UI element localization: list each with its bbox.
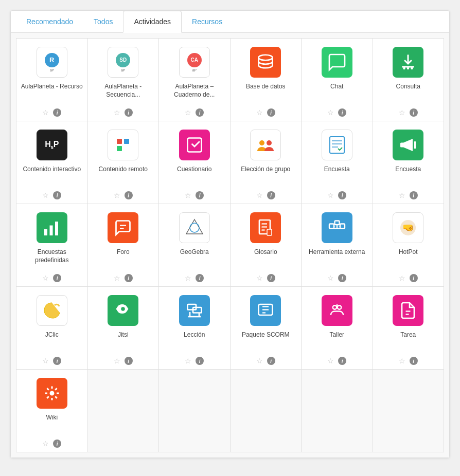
star-icon[interactable]: ☆: [256, 108, 263, 117]
star-icon[interactable]: ☆: [42, 108, 49, 117]
empty-cell: [159, 370, 230, 452]
tab-actividades[interactable]: Actividades: [123, 11, 182, 33]
main-container: Recomendado Todos Actividades Recursos R…: [10, 10, 450, 458]
info-icon[interactable]: i: [196, 108, 204, 117]
info-icon[interactable]: i: [196, 357, 204, 365]
star-icon[interactable]: ☆: [42, 274, 49, 282]
info-icon[interactable]: i: [53, 357, 61, 365]
info-icon[interactable]: i: [410, 274, 418, 282]
info-icon[interactable]: i: [125, 274, 133, 282]
item-actions: ☆ i: [399, 274, 418, 282]
info-icon[interactable]: i: [196, 191, 204, 199]
contenido-remoto-icon: [108, 130, 138, 160]
aulap-secuencia-icon: SD aP: [108, 47, 138, 78]
item-label: AulaPlaneta - Secuencia...: [92, 83, 155, 103]
info-icon[interactable]: i: [196, 274, 204, 282]
tab-recursos[interactable]: Recursos: [182, 11, 233, 33]
info-icon[interactable]: i: [410, 108, 418, 117]
star-icon[interactable]: ☆: [256, 357, 263, 365]
item-label: Encuesta: [324, 166, 350, 186]
star-icon[interactable]: ☆: [399, 191, 405, 199]
star-icon[interactable]: ☆: [256, 191, 263, 199]
star-icon[interactable]: ☆: [399, 274, 405, 282]
star-icon[interactable]: ☆: [42, 191, 49, 199]
scorm-icon: [250, 295, 281, 326]
info-icon[interactable]: i: [125, 191, 133, 199]
star-icon[interactable]: ☆: [185, 108, 191, 117]
svg-text:🤜: 🤜: [402, 222, 414, 233]
item-actions: ☆ i: [42, 274, 61, 282]
info-icon[interactable]: i: [125, 108, 133, 117]
info-icon[interactable]: i: [267, 274, 275, 282]
info-icon[interactable]: i: [267, 108, 275, 117]
item-label: JClic: [45, 331, 59, 352]
item-actions: ☆ i: [327, 108, 346, 117]
tarea-icon: [393, 295, 423, 326]
list-item: Base de datos ☆ i: [231, 39, 302, 121]
item-label: HotPot: [399, 248, 418, 269]
info-icon[interactable]: i: [53, 191, 61, 199]
svg-rect-11: [330, 137, 344, 153]
star-icon[interactable]: ☆: [185, 191, 191, 199]
item-label: Glosario: [254, 248, 277, 269]
list-item: Jitsi ☆ i: [88, 287, 159, 369]
item-label: Elección de grupo: [241, 166, 290, 186]
info-icon[interactable]: i: [53, 108, 61, 117]
svg-point-48: [338, 305, 342, 309]
svg-point-10: [267, 140, 272, 145]
info-icon[interactable]: i: [338, 191, 346, 199]
list-item: R aP AulaPlaneta - Recurso ☆ i: [16, 39, 87, 121]
info-icon[interactable]: i: [267, 191, 275, 199]
wiki-icon: [37, 378, 67, 409]
svg-point-3: [411, 67, 414, 70]
star-icon[interactable]: ☆: [185, 274, 191, 282]
info-icon[interactable]: i: [267, 357, 275, 365]
star-icon[interactable]: ☆: [256, 274, 263, 282]
item-actions: ☆ i: [185, 274, 204, 282]
jitsi-icon: [108, 295, 138, 326]
item-label: Base de datos: [246, 83, 286, 103]
item-label: Cuestionario: [177, 166, 211, 186]
item-label: Contenido remoto: [99, 166, 148, 186]
svg-rect-16: [44, 229, 47, 235]
h5p-icon: H5P: [37, 130, 67, 160]
info-icon[interactable]: i: [338, 357, 346, 365]
item-actions: ☆ i: [327, 191, 346, 199]
item-actions: ☆ i: [256, 108, 275, 117]
aulap-recurso-icon: R aP: [37, 47, 67, 78]
item-label: Encuesta: [395, 166, 421, 186]
star-icon[interactable]: ☆: [114, 357, 120, 365]
star-icon[interactable]: ☆: [327, 357, 334, 365]
star-icon[interactable]: ☆: [327, 108, 334, 117]
svg-line-58: [55, 396, 57, 398]
item-actions: ☆ i: [114, 108, 133, 117]
item-label: Contenido interactivo: [23, 166, 81, 186]
tab-recomendado[interactable]: Recomendado: [16, 11, 83, 33]
svg-line-57: [47, 388, 48, 390]
info-icon[interactable]: i: [338, 108, 346, 117]
star-icon[interactable]: ☆: [185, 357, 191, 365]
list-item: Foro ☆ i: [88, 204, 159, 286]
svg-rect-17: [49, 226, 52, 236]
list-item: 🤜 HotPot ☆ i: [373, 204, 444, 286]
info-icon[interactable]: i: [338, 274, 346, 282]
info-icon[interactable]: i: [53, 274, 61, 282]
star-icon[interactable]: ☆: [114, 274, 120, 282]
list-item: Taller ☆ i: [302, 287, 373, 369]
info-icon[interactable]: i: [53, 440, 61, 448]
star-icon[interactable]: ☆: [399, 357, 405, 365]
info-icon[interactable]: i: [125, 357, 133, 365]
list-item: Lección ☆ i: [159, 287, 230, 369]
star-icon[interactable]: ☆: [114, 108, 120, 117]
list-item: Elección de grupo ☆ i: [231, 121, 302, 204]
star-icon[interactable]: ☆: [327, 191, 334, 199]
star-icon[interactable]: ☆: [114, 191, 120, 199]
star-icon[interactable]: ☆: [399, 108, 405, 117]
info-icon[interactable]: i: [410, 357, 418, 365]
empty-cell: [302, 370, 373, 452]
star-icon[interactable]: ☆: [327, 274, 334, 282]
star-icon[interactable]: ☆: [42, 357, 49, 365]
info-icon[interactable]: i: [410, 191, 418, 199]
star-icon[interactable]: ☆: [42, 440, 49, 448]
tab-todos[interactable]: Todos: [83, 11, 123, 33]
